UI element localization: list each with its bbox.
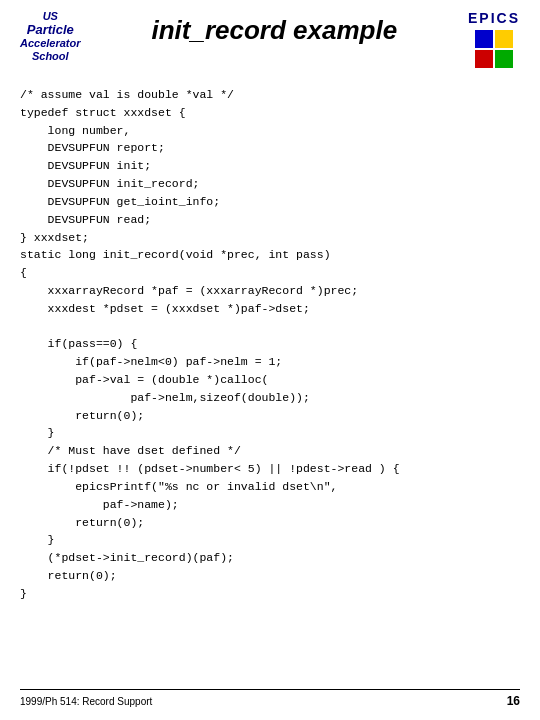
footer-page-number: 16 <box>507 694 520 708</box>
epics-blocks <box>475 30 513 68</box>
footer-divider <box>20 689 520 690</box>
code-block: /* assume val is double *val */ typedef … <box>20 86 520 603</box>
logo-area: US Particle Accelerator School <box>20 10 81 62</box>
epics-label: EPICS <box>468 10 520 26</box>
header: US Particle Accelerator School init_reco… <box>0 0 540 68</box>
epics-block-1 <box>475 30 493 48</box>
epics-logo: EPICS <box>468 10 520 68</box>
footer: 1999/Ph 514: Record Support 16 <box>20 694 520 708</box>
logo-line4: School <box>32 50 69 62</box>
page-title: init_record example <box>81 15 468 46</box>
logo-line3: Accelerator <box>20 37 81 49</box>
logo-line2: Particle <box>27 23 74 37</box>
epics-block-2 <box>495 30 513 48</box>
footer-course: 1999/Ph 514: Record Support <box>20 696 152 707</box>
epics-block-4 <box>495 50 513 68</box>
epics-block-3 <box>475 50 493 68</box>
